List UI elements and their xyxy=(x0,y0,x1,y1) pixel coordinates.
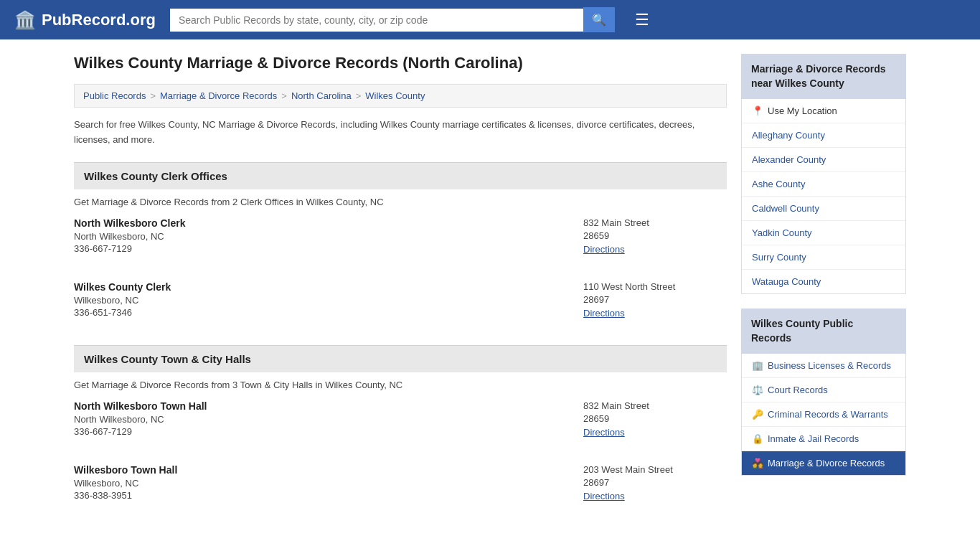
page-title: Wilkes County Marriage & Divorce Records… xyxy=(74,54,727,72)
breadcrumb: Public Records > Marriage & Divorce Reco… xyxy=(74,84,727,108)
sidebar-item-marriage-records[interactable]: 💑 Marriage & Divorce Records xyxy=(742,451,905,475)
office-address-wb-townhall: 203 West Main Street 28697 Directions xyxy=(583,464,727,501)
breadcrumb-marriage-records[interactable]: Marriage & Divorce Records xyxy=(160,90,277,101)
office-phone-nw-townhall: 336-667-7129 xyxy=(74,426,583,437)
breadcrumb-sep-3: > xyxy=(356,90,362,101)
location-icon: 📍 xyxy=(752,105,763,116)
clerk-offices-desc: Get Marriage & Divorce Records from 2 Cl… xyxy=(74,197,727,207)
breadcrumb-north-carolina[interactable]: North Carolina xyxy=(291,90,352,101)
criminal-icon: 🔑 xyxy=(752,409,763,420)
search-button[interactable]: 🔍 xyxy=(583,7,615,32)
court-icon: ⚖️ xyxy=(752,385,763,395)
sidebar-public-records-header: Wilkes County Public Records xyxy=(741,309,906,354)
sidebar-public-records-section: Wilkes County Public Records 🏢 Business … xyxy=(741,309,906,476)
sidebar-item-alleghany[interactable]: Alleghany County xyxy=(742,123,905,148)
site-header: 🏛️ PubRecord.org 🔍 ☰ xyxy=(0,0,980,39)
office-street-nw-clerk: 832 Main Street xyxy=(583,217,727,228)
hamburger-icon: ☰ xyxy=(635,11,649,29)
office-zip-nw-clerk: 28659 xyxy=(583,230,727,241)
surry-label: Surry County xyxy=(752,252,806,263)
sidebar-nearby-list: 📍 Use My Location Alleghany County Alexa… xyxy=(741,99,906,294)
sidebar-item-inmate-records[interactable]: 🔒 Inmate & Jail Records xyxy=(742,427,905,451)
town-halls-desc: Get Marriage & Divorce Records from 3 To… xyxy=(74,380,727,390)
sidebar: Marriage & Divorce Records near Wilkes C… xyxy=(741,54,906,528)
office-phone-wc-clerk: 336-651-7346 xyxy=(74,307,583,318)
office-city-wc-clerk: Wilkesboro, NC xyxy=(74,295,583,306)
office-info-wc-clerk: Wilkes County Clerk Wilkesboro, NC 336-6… xyxy=(74,281,583,319)
office-address-nw-townhall: 832 Main Street 28659 Directions xyxy=(583,400,727,438)
sidebar-item-surry[interactable]: Surry County xyxy=(742,245,905,270)
sidebar-item-yadkin[interactable]: Yadkin County xyxy=(742,221,905,245)
office-card-nw-townhall: North Wilkesboro Town Hall North Wilkesb… xyxy=(74,400,727,450)
office-name-nw-clerk: North Wilkesboro Clerk xyxy=(74,217,583,229)
content-area: Wilkes County Marriage & Divorce Records… xyxy=(74,54,727,528)
directions-link-wc-clerk[interactable]: Directions xyxy=(583,308,625,319)
yadkin-label: Yadkin County xyxy=(752,227,812,238)
sidebar-item-business-licenses[interactable]: 🏢 Business Licenses & Records xyxy=(742,354,905,378)
office-name-wb-townhall: Wilkesboro Town Hall xyxy=(74,464,583,476)
menu-button[interactable]: ☰ xyxy=(635,11,649,29)
office-city-nw-townhall: North Wilkesboro, NC xyxy=(74,414,583,425)
sidebar-item-court-records[interactable]: ⚖️ Court Records xyxy=(742,378,905,402)
office-phone-wb-townhall: 336-838-3951 xyxy=(74,490,583,501)
office-card-nw-clerk: North Wilkesboro Clerk North Wilkesboro,… xyxy=(74,217,727,267)
clerk-offices-header: Wilkes County Clerk Offices xyxy=(74,162,727,189)
office-street-wb-townhall: 203 West Main Street xyxy=(583,464,727,475)
breadcrumb-sep-1: > xyxy=(150,90,156,101)
office-info-nw-townhall: North Wilkesboro Town Hall North Wilkesb… xyxy=(74,400,583,438)
search-icon: 🔍 xyxy=(592,14,606,26)
office-street-nw-townhall: 832 Main Street xyxy=(583,400,727,411)
business-licenses-link[interactable]: Business Licenses & Records xyxy=(768,360,891,371)
sidebar-item-caldwell[interactable]: Caldwell County xyxy=(742,197,905,221)
directions-link-nw-clerk[interactable]: Directions xyxy=(583,244,625,255)
office-phone-nw-clerk: 336-667-7129 xyxy=(74,243,583,254)
breadcrumb-wilkes-county[interactable]: Wilkes County xyxy=(365,90,425,101)
office-zip-nw-townhall: 28659 xyxy=(583,413,727,424)
sidebar-item-ashe[interactable]: Ashe County xyxy=(742,172,905,197)
office-city-nw-clerk: North Wilkesboro, NC xyxy=(74,231,583,242)
sidebar-public-records-list: 🏢 Business Licenses & Records ⚖️ Court R… xyxy=(741,354,906,476)
page-description: Search for free Wilkes County, NC Marria… xyxy=(74,118,727,148)
logo-text: PubRecord.org xyxy=(42,11,156,29)
inmate-icon: 🔒 xyxy=(752,433,763,444)
breadcrumb-public-records[interactable]: Public Records xyxy=(83,90,146,101)
office-address-nw-clerk: 832 Main Street 28659 Directions xyxy=(583,217,727,255)
marriage-records-link[interactable]: Marriage & Divorce Records xyxy=(768,458,885,468)
sidebar-nearby-header: Marriage & Divorce Records near Wilkes C… xyxy=(741,54,906,99)
office-city-wb-townhall: Wilkesboro, NC xyxy=(74,478,583,489)
main-container: Wilkes County Marriage & Divorce Records… xyxy=(60,39,920,542)
inmate-records-link[interactable]: Inmate & Jail Records xyxy=(768,433,859,444)
sidebar-nearby-section: Marriage & Divorce Records near Wilkes C… xyxy=(741,54,906,294)
marriage-icon: 💑 xyxy=(752,458,763,468)
search-bar: 🔍 xyxy=(170,7,615,32)
caldwell-label: Caldwell County xyxy=(752,203,819,214)
office-info-wb-townhall: Wilkesboro Town Hall Wilkesboro, NC 336-… xyxy=(74,464,583,502)
town-halls-header: Wilkes County Town & City Halls xyxy=(74,345,727,372)
office-street-wc-clerk: 110 West North Street xyxy=(583,281,727,292)
business-icon: 🏢 xyxy=(752,360,763,371)
sidebar-use-location[interactable]: 📍 Use My Location xyxy=(742,99,905,123)
logo-icon: 🏛️ xyxy=(14,10,36,30)
office-address-wc-clerk: 110 West North Street 28697 Directions xyxy=(583,281,727,319)
use-location-label: Use My Location xyxy=(768,105,837,116)
office-zip-wc-clerk: 28697 xyxy=(583,294,727,305)
search-input[interactable] xyxy=(170,9,583,32)
logo[interactable]: 🏛️ PubRecord.org xyxy=(14,10,156,30)
office-card-wc-clerk: Wilkes County Clerk Wilkesboro, NC 336-6… xyxy=(74,281,727,331)
criminal-records-link[interactable]: Criminal Records & Warrants xyxy=(768,409,888,420)
alleghany-label: Alleghany County xyxy=(752,130,825,141)
ashe-label: Ashe County xyxy=(752,179,805,189)
court-records-link[interactable]: Court Records xyxy=(768,385,828,395)
directions-link-wb-townhall[interactable]: Directions xyxy=(583,491,625,501)
office-info-nw-clerk: North Wilkesboro Clerk North Wilkesboro,… xyxy=(74,217,583,255)
office-card-wb-townhall: Wilkesboro Town Hall Wilkesboro, NC 336-… xyxy=(74,464,727,514)
alexander-label: Alexander County xyxy=(752,154,826,165)
sidebar-item-alexander[interactable]: Alexander County xyxy=(742,148,905,172)
watauga-label: Watauga County xyxy=(752,276,821,287)
sidebar-item-watauga[interactable]: Watauga County xyxy=(742,270,905,293)
office-name-wc-clerk: Wilkes County Clerk xyxy=(74,281,583,293)
sidebar-item-criminal-records[interactable]: 🔑 Criminal Records & Warrants xyxy=(742,402,905,427)
office-name-nw-townhall: North Wilkesboro Town Hall xyxy=(74,400,583,412)
office-zip-wb-townhall: 28697 xyxy=(583,477,727,488)
directions-link-nw-townhall[interactable]: Directions xyxy=(583,427,625,438)
